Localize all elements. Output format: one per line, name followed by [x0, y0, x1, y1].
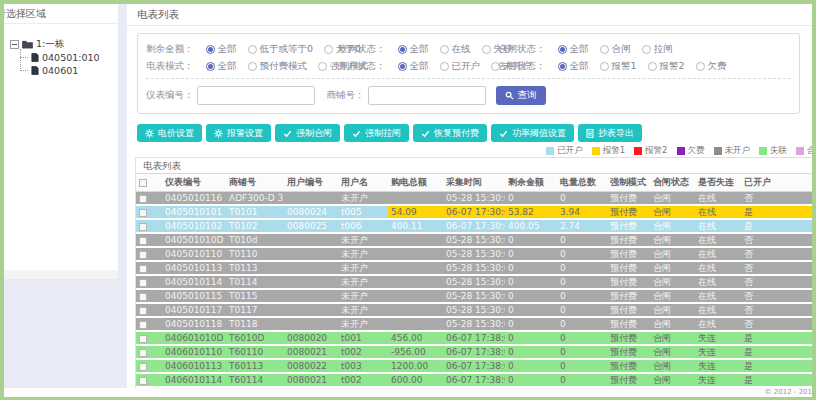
row-checkbox[interactable]: [139, 293, 147, 301]
radio-icon[interactable]: [324, 45, 333, 54]
radio-selected-icon[interactable]: [206, 62, 215, 71]
table-cell: 0: [557, 275, 607, 289]
meter-no-input[interactable]: [197, 86, 315, 105]
radio-option[interactable]: 预付费模式: [248, 60, 308, 73]
radio-icon[interactable]: [696, 62, 705, 71]
radio-selected-icon[interactable]: [558, 62, 567, 71]
table-row[interactable]: 0405010110T0110未开户05-28 15:30:0000预付费合闸在…: [136, 247, 812, 261]
radio-icon[interactable]: [648, 62, 657, 71]
table-cell: t005: [338, 205, 388, 219]
column-header[interactable]: 强制模式: [607, 174, 650, 192]
table-row[interactable]: 040601010DT6010D0080020t001456.0006-07 1…: [136, 331, 812, 345]
column-header[interactable]: 商铺号: [226, 174, 284, 192]
row-checkbox[interactable]: [139, 363, 147, 371]
radio-icon[interactable]: [440, 45, 449, 54]
table-row[interactable]: 0405010101T01010080024t00554.0906-07 17:…: [136, 205, 812, 219]
table-cell: 未开户: [338, 233, 388, 247]
column-header[interactable]: 已开户: [741, 174, 812, 192]
radio-option-label: 在线: [452, 43, 471, 56]
row-checkbox[interactable]: [139, 279, 147, 287]
radio-icon[interactable]: [248, 62, 257, 71]
row-checkbox[interactable]: [139, 265, 147, 273]
table-row[interactable]: 0405010116ADF300-D 3未开户05-28 15:30:0000预…: [136, 192, 812, 206]
column-header[interactable]: 电量总数: [557, 174, 607, 192]
row-checkbox[interactable]: [139, 223, 147, 231]
radio-option[interactable]: 全部: [206, 60, 237, 73]
tree-node-label[interactable]: 040601: [42, 65, 78, 76]
action-button-报警设置[interactable]: 报警设置: [206, 124, 271, 142]
radio-option[interactable]: 在线: [440, 43, 471, 56]
radio-option[interactable]: 全部: [558, 60, 589, 73]
region-panel-title: 请选择区域: [4, 4, 118, 24]
row-checkbox[interactable]: [139, 321, 147, 329]
table-row[interactable]: 0405010102T01020080025t006400.1106-07 17…: [136, 219, 812, 233]
action-button-抄表导出[interactable]: 抄表导出: [578, 124, 642, 142]
radio-icon[interactable]: [600, 62, 609, 71]
radio-option[interactable]: 低于或等于0: [248, 43, 314, 56]
radio-icon[interactable]: [248, 45, 257, 54]
column-header[interactable]: 用户名: [338, 174, 388, 192]
table-row[interactable]: 0405010118T0118未开户05-28 15:30:0000预付费合闸在…: [136, 317, 812, 331]
column-header[interactable]: 购电总额: [388, 174, 443, 192]
action-button-强制拉闸[interactable]: 强制拉闸: [344, 124, 409, 142]
action-button-恢复预付费[interactable]: 恢复预付费: [413, 124, 487, 142]
column-header[interactable]: 采集时间: [443, 174, 505, 192]
table-row[interactable]: 0405010117T0117未开户05-28 15:30:0000预付费合闸在…: [136, 303, 812, 317]
tree-node-label[interactable]: 040501:010: [42, 52, 100, 63]
column-header[interactable]: 是否失连: [695, 174, 741, 192]
row-checkbox[interactable]: [139, 307, 147, 315]
row-checkbox[interactable]: [139, 195, 147, 203]
radio-option[interactable]: 报警1: [600, 60, 637, 73]
table-row[interactable]: 0405010113T0113未开户05-28 15:30:0000预付费合闸在…: [136, 261, 812, 275]
row-checkbox[interactable]: [139, 209, 147, 217]
table-row[interactable]: 0405010114T0114未开户05-28 15:30:0000预付费合闸在…: [136, 275, 812, 289]
table-row[interactable]: 0406010114T601140080021t002600.0006-07 1…: [136, 373, 812, 387]
row-checkbox[interactable]: [139, 237, 147, 245]
row-checkbox[interactable]: [139, 251, 147, 259]
column-header[interactable]: 剩余金额: [505, 174, 557, 192]
tree-root-node[interactable]: 1:一栋: [10, 38, 118, 51]
radio-selected-icon[interactable]: [206, 45, 215, 54]
radio-option[interactable]: 合闸: [600, 43, 631, 56]
tree-root-label[interactable]: 1:一栋: [36, 38, 64, 51]
row-checkbox[interactable]: [139, 335, 147, 343]
table-cell: 预付费: [607, 331, 650, 345]
row-checkbox[interactable]: [139, 377, 147, 385]
action-button-功率阈值设置[interactable]: 功率阈值设置: [491, 124, 574, 142]
table-row[interactable]: 0405010115T0115未开户05-28 15:30:0000预付费合闸在…: [136, 289, 812, 303]
table-row[interactable]: 040501010DT010d未开户05-28 15:30:0000预付费合闸在…: [136, 233, 812, 247]
tree-node[interactable]: 040601: [20, 64, 118, 77]
column-header[interactable]: 仪表编号: [162, 174, 226, 192]
radio-icon[interactable]: [440, 62, 449, 71]
shop-no-input[interactable]: [368, 86, 486, 105]
radio-selected-icon[interactable]: [398, 62, 407, 71]
tree-connector-line: [20, 49, 21, 71]
radio-selected-icon[interactable]: [398, 45, 407, 54]
table-row[interactable]: 0406010113T601130080022t0031200.0006-07 …: [136, 359, 812, 373]
column-header[interactable]: 用户编号: [284, 174, 338, 192]
radio-option[interactable]: 报警2: [648, 60, 685, 73]
column-header[interactable]: 合闸状态: [650, 174, 695, 192]
radio-option[interactable]: 全部: [398, 43, 429, 56]
radio-option[interactable]: 全部: [206, 43, 237, 56]
radio-icon[interactable]: [482, 45, 491, 54]
row-checkbox[interactable]: [139, 349, 147, 357]
query-button[interactable]: 查询: [496, 86, 546, 105]
table-cell: 0: [505, 275, 557, 289]
table-row[interactable]: 0406010110T601100080021t002-956.0006-07 …: [136, 345, 812, 359]
radio-option[interactable]: 欠费: [696, 60, 727, 73]
radio-selected-icon[interactable]: [558, 45, 567, 54]
radio-option[interactable]: 拉闸: [642, 43, 673, 56]
radio-option[interactable]: 全部: [398, 60, 429, 73]
tree-collapse-icon[interactable]: [10, 40, 19, 49]
radio-option[interactable]: 已开户: [440, 60, 481, 73]
action-button-强制合闸[interactable]: 强制合闸: [275, 124, 340, 142]
action-button-电价设置[interactable]: 电价设置: [137, 124, 202, 142]
radio-icon[interactable]: [600, 45, 609, 54]
tree-node[interactable]: 040501:010: [20, 51, 118, 64]
table-cell: 合闸: [650, 192, 695, 206]
radio-icon[interactable]: [642, 45, 651, 54]
select-all-checkbox[interactable]: [139, 179, 147, 187]
radio-option[interactable]: 全部: [558, 43, 589, 56]
radio-icon[interactable]: [318, 62, 327, 71]
